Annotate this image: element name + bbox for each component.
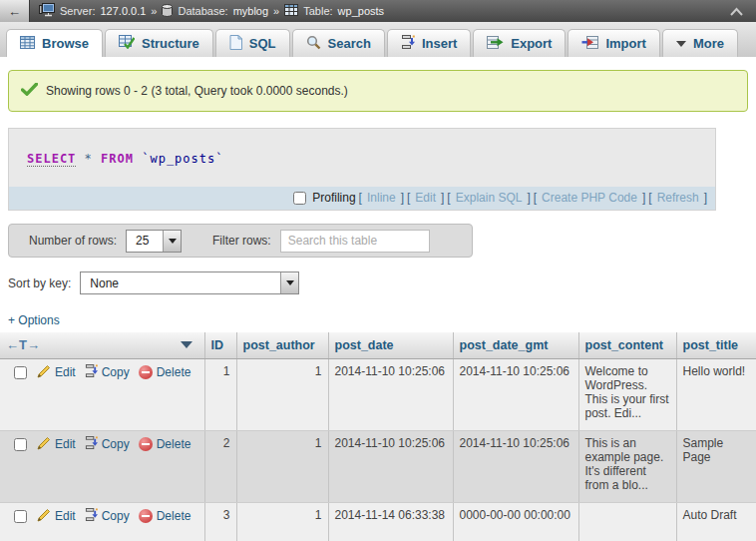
- column-reorder-widget[interactable]: ←T→: [6, 337, 40, 352]
- select-dropdown-button: [280, 272, 298, 293]
- cell-post-title[interactable]: Sample Page: [676, 430, 756, 502]
- refresh-link[interactable]: Refresh: [657, 191, 699, 205]
- cell-post-author[interactable]: 1: [236, 430, 328, 502]
- bracket: [: [359, 191, 362, 205]
- tab-insert[interactable]: Insert: [387, 29, 471, 57]
- column-actions-header: ←T→: [0, 332, 204, 358]
- back-button[interactable]: ←: [0, 0, 30, 22]
- delete-label: Delete: [157, 509, 191, 523]
- chevron-down-icon: [676, 41, 686, 47]
- row-select-checkbox[interactable]: [14, 510, 27, 523]
- cell-post-date[interactable]: 2014-11-14 06:33:38: [328, 502, 453, 541]
- breadcrumb-server-link[interactable]: 127.0.0.1: [100, 5, 146, 17]
- number-of-rows-select[interactable]: 25: [126, 230, 182, 253]
- row-actions-cell: Edit Copy Delete: [0, 358, 204, 430]
- edit-row-link[interactable]: Edit: [37, 436, 76, 453]
- edit-label: Edit: [55, 437, 76, 451]
- tab-browse[interactable]: Browse: [6, 29, 103, 57]
- sql-star: *: [85, 152, 93, 166]
- collapse-panel-icon[interactable]: [729, 7, 756, 16]
- row-actions-cell: Edit Copy Delete: [0, 430, 204, 502]
- cell-post-date-gmt[interactable]: 2014-11-10 10:25:06: [453, 430, 578, 502]
- cell-post-content[interactable]: This is an example page. It's different …: [578, 430, 676, 502]
- edit-query-link[interactable]: Edit: [415, 191, 436, 205]
- row-select-checkbox[interactable]: [14, 438, 27, 451]
- column-header-id[interactable]: ID: [204, 332, 236, 358]
- column-header-post-date[interactable]: post_date: [328, 332, 453, 358]
- tab-label: Import: [605, 36, 645, 51]
- cell-post-title[interactable]: Auto Draft: [676, 502, 756, 541]
- sql-keyword-select: SELECT: [27, 152, 76, 167]
- filter-rows-label: Filter rows:: [212, 234, 271, 248]
- cell-post-date[interactable]: 2014-11-10 10:25:06: [328, 430, 453, 502]
- profiling-label: Profiling: [312, 191, 355, 205]
- create-php-code-link[interactable]: Create PHP Code: [542, 191, 637, 205]
- edit-row-link[interactable]: Edit: [37, 364, 76, 381]
- tab-search[interactable]: Search: [292, 29, 385, 57]
- copy-label: Copy: [102, 365, 130, 379]
- inline-edit-link[interactable]: Inline: [367, 191, 396, 205]
- status-message: Showing rows 0 - 2 (3 total, Query took …: [8, 70, 748, 112]
- row-select-checkbox[interactable]: [14, 366, 27, 379]
- cell-id[interactable]: 2: [204, 430, 236, 502]
- tab-sql[interactable]: SQL: [215, 29, 290, 57]
- breadcrumb-table-link[interactable]: wp_posts: [338, 5, 384, 17]
- rows-filter-panel: Number of rows: 25 Filter rows:: [8, 224, 473, 258]
- column-header-post-date-gmt[interactable]: post_date_gmt: [453, 332, 578, 358]
- column-header-post-author[interactable]: post_author: [236, 332, 328, 358]
- tab-label: Structure: [142, 36, 199, 51]
- breadcrumb-table-label: Table:: [303, 5, 332, 17]
- number-of-rows-value: 25: [127, 234, 158, 248]
- tab-more[interactable]: More: [662, 29, 738, 57]
- delete-icon: [139, 437, 153, 451]
- filter-rows-input[interactable]: [280, 230, 430, 253]
- cell-post-date[interactable]: 2014-11-10 10:25:06: [328, 358, 453, 430]
- cell-post-author[interactable]: 1: [236, 502, 328, 541]
- breadcrumb-separator: »: [273, 5, 279, 17]
- cell-post-content[interactable]: [578, 502, 676, 541]
- profiling-checkbox[interactable]: [293, 192, 306, 205]
- cell-id[interactable]: 3: [204, 502, 236, 541]
- copy-row-link[interactable]: Copy: [85, 436, 130, 452]
- with-selected-dropdown-icon[interactable]: [181, 341, 192, 348]
- delete-icon: [139, 509, 153, 523]
- explain-sql-link[interactable]: Explain SQL: [456, 191, 523, 205]
- cell-post-date-gmt[interactable]: 2014-11-10 10:25:06: [453, 358, 578, 430]
- breadcrumb-server-label: Server:: [60, 5, 95, 17]
- cell-post-author[interactable]: 1: [236, 358, 328, 430]
- copy-label: Copy: [102, 437, 130, 451]
- cell-id[interactable]: 1: [204, 358, 236, 430]
- sql-keyword-from: FROM: [101, 152, 134, 166]
- delete-row-link[interactable]: Delete: [139, 509, 191, 523]
- column-header-post-content[interactable]: post_content: [578, 332, 676, 358]
- delete-row-link[interactable]: Delete: [139, 365, 191, 379]
- options-toggle-link[interactable]: + Options: [8, 313, 60, 327]
- bracket: [: [648, 191, 651, 205]
- edit-row-link[interactable]: Edit: [37, 508, 76, 525]
- breadcrumb-database-link[interactable]: myblog: [233, 5, 268, 17]
- delete-label: Delete: [157, 437, 191, 451]
- copy-row-link[interactable]: Copy: [85, 364, 130, 380]
- bracket: [: [534, 191, 537, 205]
- copy-icon: [85, 364, 98, 380]
- cell-post-title[interactable]: Hello world!: [676, 358, 756, 430]
- tab-export[interactable]: Export: [473, 29, 566, 57]
- delete-row-link[interactable]: Delete: [139, 437, 191, 451]
- pencil-icon: [37, 364, 51, 381]
- tab-structure[interactable]: Structure: [105, 29, 213, 57]
- column-header-post-title[interactable]: post_title: [676, 332, 756, 358]
- copy-row-link[interactable]: Copy: [85, 508, 130, 524]
- sql-query-text: SELECT * FROM `wp_posts`: [9, 129, 715, 187]
- delete-label: Delete: [157, 365, 191, 379]
- tab-label: Export: [511, 36, 552, 51]
- cell-post-date-gmt[interactable]: 0000-00-00 00:00:00: [453, 502, 578, 541]
- breadcrumb-database-label: Database:: [178, 5, 227, 17]
- bracket: ]: [441, 191, 444, 205]
- table-icon: [284, 4, 298, 18]
- bracket: [: [407, 191, 410, 205]
- tab-label: Browse: [42, 36, 89, 51]
- sort-by-key-select[interactable]: None: [80, 271, 299, 294]
- tab-import[interactable]: Import: [567, 29, 659, 57]
- status-message-text: Showing rows 0 - 2 (3 total, Query took …: [46, 84, 348, 98]
- cell-post-content[interactable]: Welcome to WordPress. This is your first…: [578, 358, 676, 430]
